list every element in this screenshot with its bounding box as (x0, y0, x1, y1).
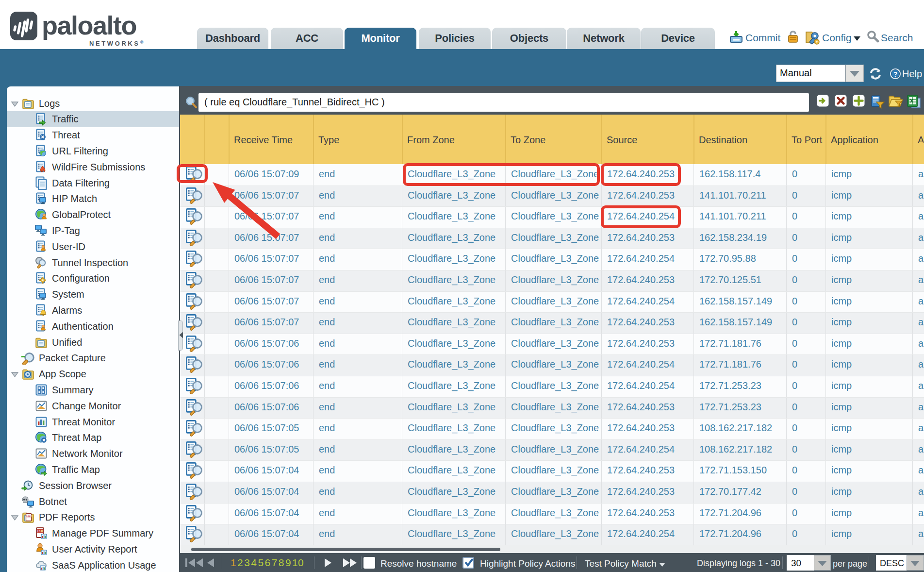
svg-text:?: ? (893, 70, 898, 78)
